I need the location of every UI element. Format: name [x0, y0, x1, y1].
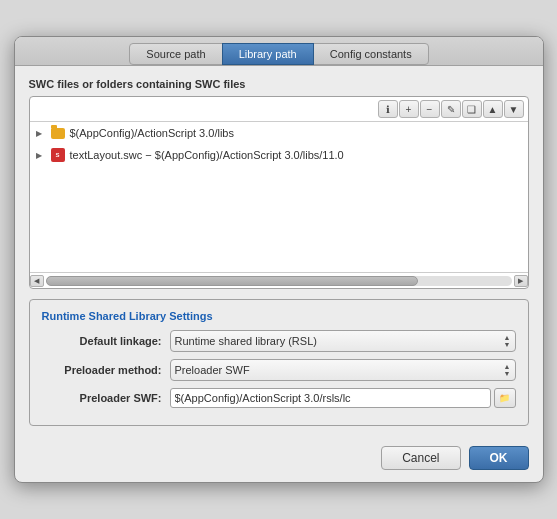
copy-icon: ❑	[467, 104, 476, 115]
swc-icon-1: S	[50, 147, 66, 163]
main-content: SWC files or folders containing SWC file…	[15, 66, 543, 438]
tab-source-path[interactable]: Source path	[129, 43, 222, 65]
add-icon: +	[406, 104, 412, 115]
list-item[interactable]: ▶ S textLayout.swc − $(AppConfig)/Action…	[30, 144, 528, 166]
default-linkage-value: Runtime shared library (RSL)	[175, 335, 317, 347]
list-item[interactable]: ▶ $(AppConfig)/ActionScript 3.0/libs	[30, 122, 528, 144]
info-icon: ℹ	[386, 104, 390, 115]
swc-list-box: ℹ + − ✎ ❑ ▲ ▼	[29, 96, 529, 289]
add-button[interactable]: +	[399, 100, 419, 118]
dialog: Source path Library path Config constant…	[14, 36, 544, 483]
preloader-method-row: Preloader method: Preloader SWF ▲ ▼	[42, 359, 516, 381]
scroll-thumb[interactable]	[46, 276, 419, 286]
preloader-method-control: Preloader SWF ▲ ▼	[170, 359, 516, 381]
default-linkage-label: Default linkage:	[42, 335, 162, 347]
dialog-footer: Cancel OK	[15, 438, 543, 482]
remove-icon: −	[427, 104, 433, 115]
list-item-text-1: $(AppConfig)/ActionScript 3.0/libs	[70, 127, 234, 139]
browse-button[interactable]: 📁	[494, 388, 516, 408]
ok-button[interactable]: OK	[469, 446, 529, 470]
preloader-swf-row: Preloader SWF: 📁	[42, 388, 516, 408]
chevron-up-icon: ▲	[488, 104, 498, 115]
select-up-arrow-2: ▲	[504, 363, 511, 370]
select-arrows-2: ▲ ▼	[504, 363, 511, 377]
default-linkage-row: Default linkage: Runtime shared library …	[42, 330, 516, 352]
expand-arrow-1[interactable]: ▶	[36, 128, 46, 138]
folder-icon-1	[50, 125, 66, 141]
default-linkage-select[interactable]: Runtime shared library (RSL) ▲ ▼	[170, 330, 516, 352]
preloader-swf-control: 📁	[170, 388, 516, 408]
tab-bar: Source path Library path Config constant…	[15, 37, 543, 66]
info-button[interactable]: ℹ	[378, 100, 398, 118]
edit-icon: ✎	[447, 104, 455, 115]
rsl-section: Runtime Shared Library Settings Default …	[29, 299, 529, 426]
default-linkage-control: Runtime shared library (RSL) ▲ ▼	[170, 330, 516, 352]
select-down-arrow: ▼	[504, 341, 511, 348]
select-down-arrow-2: ▼	[504, 370, 511, 377]
tab-config-constants[interactable]: Config constants	[313, 43, 429, 65]
swc-section-label: SWC files or folders containing SWC file…	[29, 78, 529, 90]
preloader-swf-label: Preloader SWF:	[42, 392, 162, 404]
browse-icon: 📁	[499, 393, 510, 403]
list-item-text-2: textLayout.swc − $(AppConfig)/ActionScri…	[70, 149, 344, 161]
tab-library-path[interactable]: Library path	[222, 43, 314, 65]
chevron-down-icon: ▼	[509, 104, 519, 115]
select-arrows-1: ▲ ▼	[504, 334, 511, 348]
cancel-button[interactable]: Cancel	[381, 446, 460, 470]
expand-arrow-2[interactable]: ▶	[36, 150, 46, 160]
move-up-button[interactable]: ▲	[483, 100, 503, 118]
scroll-right-button[interactable]: ▶	[514, 275, 528, 287]
list-toolbar: ℹ + − ✎ ❑ ▲ ▼	[30, 97, 528, 122]
scroll-track[interactable]	[46, 276, 512, 286]
preloader-method-value: Preloader SWF	[175, 364, 250, 376]
move-down-button[interactable]: ▼	[504, 100, 524, 118]
rsl-section-title: Runtime Shared Library Settings	[42, 310, 516, 322]
edit-button[interactable]: ✎	[441, 100, 461, 118]
preloader-swf-input[interactable]	[170, 388, 491, 408]
preloader-method-select[interactable]: Preloader SWF ▲ ▼	[170, 359, 516, 381]
swc-list[interactable]: ▶ $(AppConfig)/ActionScript 3.0/libs ▶ S…	[30, 122, 528, 272]
preloader-method-label: Preloader method:	[42, 364, 162, 376]
scroll-left-button[interactable]: ◀	[30, 275, 44, 287]
horizontal-scrollbar[interactable]: ◀ ▶	[30, 272, 528, 288]
copy-button[interactable]: ❑	[462, 100, 482, 118]
remove-button[interactable]: −	[420, 100, 440, 118]
select-up-arrow: ▲	[504, 334, 511, 341]
